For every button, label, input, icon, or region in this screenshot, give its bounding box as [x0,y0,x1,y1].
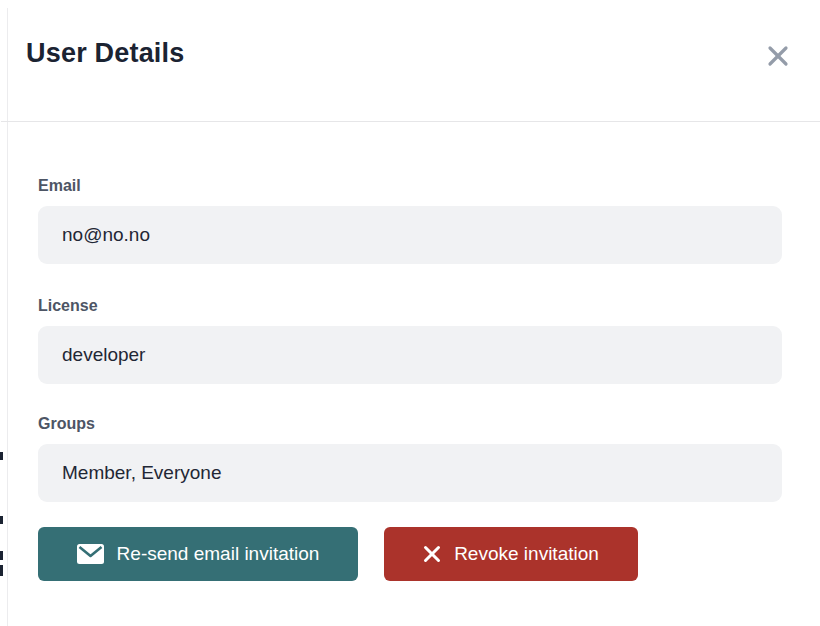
x-icon [423,545,441,563]
revoke-invitation-button[interactable]: Revoke invitation [384,527,638,581]
license-field-label: License [38,297,98,315]
email-field[interactable]: no@no.no [38,206,782,264]
email-field-label: Email [38,177,81,195]
resend-email-invitation-button[interactable]: Re-send email invitation [38,527,358,581]
envelope-icon [77,544,104,564]
close-button[interactable] [764,42,792,70]
screen: User Details Email no@no.no License deve… [0,0,820,626]
revoke-button-label: Revoke invitation [454,543,599,565]
groups-field[interactable]: Member, Everyone [38,444,782,502]
license-field[interactable]: developer [38,326,782,384]
modal-content: User Details Email no@no.no License deve… [0,0,820,626]
page-title: User Details [26,38,184,69]
resend-button-label: Re-send email invitation [117,543,320,565]
groups-field-label: Groups [38,415,95,433]
x-close-icon [766,44,790,68]
